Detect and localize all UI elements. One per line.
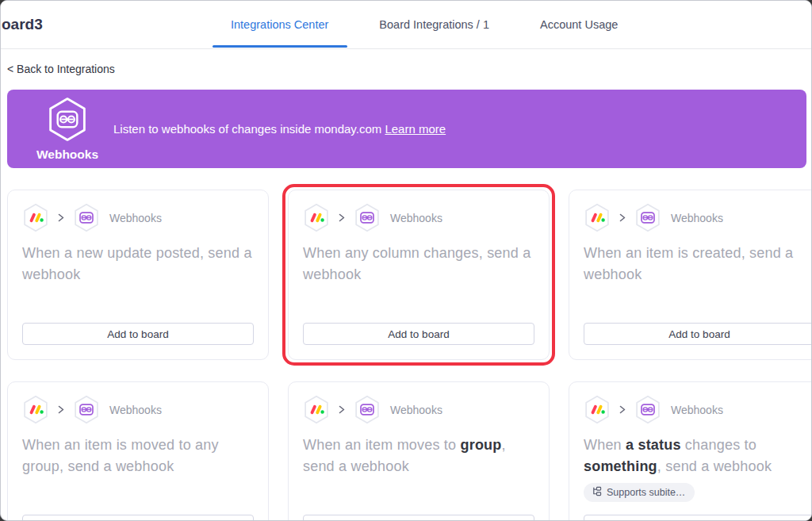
active-tab-underline [213, 45, 347, 48]
integration-card-body: Webhooks When an item is moved to any gr… [7, 381, 269, 521]
integration-card: Webhooks When an item is created, send a… [569, 190, 812, 360]
monday-logo-icon [22, 395, 49, 424]
webhooks-app-icon [73, 395, 100, 424]
integration-card-body: Webhooks When a new update posted, send … [7, 190, 269, 360]
back-to-integrations-link[interactable]: < Back to Integrations [7, 63, 115, 75]
integration-card-body: Webhooks When any column changes, send a… [288, 190, 550, 360]
tab-bar: Integrations Center Board Integrations /… [231, 1, 618, 48]
subitems-icon [592, 486, 602, 499]
card-title: When an item moves to group, send a webh… [303, 435, 534, 477]
webhooks-app-icon [634, 203, 661, 232]
integration-app-label: Webhooks [671, 212, 723, 224]
webhooks-app-icon [354, 395, 381, 424]
card-header: Webhooks [584, 203, 723, 232]
card-header: Webhooks [303, 203, 442, 232]
banner-message-text: Listen to webhooks of changes inside mon… [113, 122, 381, 136]
chevron-right-icon [338, 213, 346, 223]
add-to-board-button[interactable]: Add to board [303, 323, 534, 345]
integration-card: Webhooks When any column changes, send a… [288, 190, 550, 360]
webhooks-app-icon [354, 203, 381, 232]
webhooks-app-icon [634, 395, 661, 424]
integration-app-label: Webhooks [671, 404, 723, 416]
top-bar: oard3 Integrations Center Board Integrat… [1, 1, 811, 49]
badge-label: Supports subite… [607, 487, 685, 498]
integration-app-label: Webhooks [390, 212, 442, 224]
integration-app-label: Webhooks [109, 404, 162, 416]
card-title: When a new update posted, send a webhook [22, 243, 254, 285]
learn-more-link[interactable]: Learn more [385, 122, 446, 136]
add-to-board-button[interactable]: Add to board [22, 323, 254, 345]
webhooks-banner: Webhooks Listen to webhooks of changes i… [7, 90, 806, 168]
supports-subitems-badge: Supports subite… [584, 483, 695, 502]
monday-logo-icon [303, 203, 330, 232]
card-title: When a status changes to something, send… [584, 435, 812, 477]
chevron-right-icon [619, 213, 626, 223]
webhooks-app-icon [73, 203, 100, 232]
card-header: Webhooks [584, 395, 723, 424]
card-title: When any column changes, send a webhook [303, 243, 534, 285]
card-title: When an item is created, send a webhook [584, 243, 812, 285]
webhooks-hexagon-icon [47, 97, 88, 145]
integration-card: Webhooks When an item is moved to any gr… [7, 381, 269, 521]
chevron-right-icon [619, 404, 626, 415]
integrations-page: oard3 Integrations Center Board Integrat… [0, 0, 812, 521]
tab-board-integrations[interactable]: Board Integrations / 1 [379, 18, 489, 31]
monday-logo-icon [303, 395, 330, 424]
card-title: When an item is moved to any group, send… [22, 435, 254, 477]
banner-app-block: Webhooks [34, 97, 101, 162]
card-header: Webhooks [22, 203, 162, 232]
add-to-board-button[interactable]: Add to board [584, 515, 812, 521]
chevron-right-icon [338, 404, 346, 415]
add-to-board-button[interactable]: Add to board [22, 515, 254, 521]
integration-app-label: Webhooks [109, 212, 162, 224]
card-header: Webhooks [303, 395, 442, 424]
add-to-board-button[interactable]: Add to board [303, 515, 534, 521]
integration-app-label: Webhooks [390, 404, 442, 416]
integration-card-body: Webhooks When an item is created, send a… [569, 190, 812, 360]
integration-card-body: Webhooks When an item moves to group, se… [288, 381, 550, 521]
add-to-board-button[interactable]: Add to board [584, 323, 812, 345]
banner-message: Listen to webhooks of changes inside mon… [113, 122, 446, 136]
banner-app-name: Webhooks [36, 147, 98, 162]
cards-grid: Webhooks When a new update posted, send … [7, 190, 812, 521]
monday-logo-icon [584, 203, 611, 232]
card-header: Webhooks [22, 395, 162, 424]
integration-card: Webhooks When a status changes to someth… [569, 381, 812, 521]
monday-logo-icon [584, 395, 611, 424]
chevron-right-icon [57, 213, 65, 223]
board-title: oard3 [2, 16, 43, 33]
integration-card-body: Webhooks When a status changes to someth… [569, 381, 812, 521]
monday-logo-icon [22, 203, 49, 232]
tab-account-usage[interactable]: Account Usage [540, 18, 618, 31]
tab-integrations-center[interactable]: Integrations Center [231, 18, 328, 31]
chevron-right-icon [57, 404, 65, 415]
integration-card: Webhooks When an item moves to group, se… [288, 381, 550, 521]
integration-card: Webhooks When a new update posted, send … [7, 190, 269, 360]
